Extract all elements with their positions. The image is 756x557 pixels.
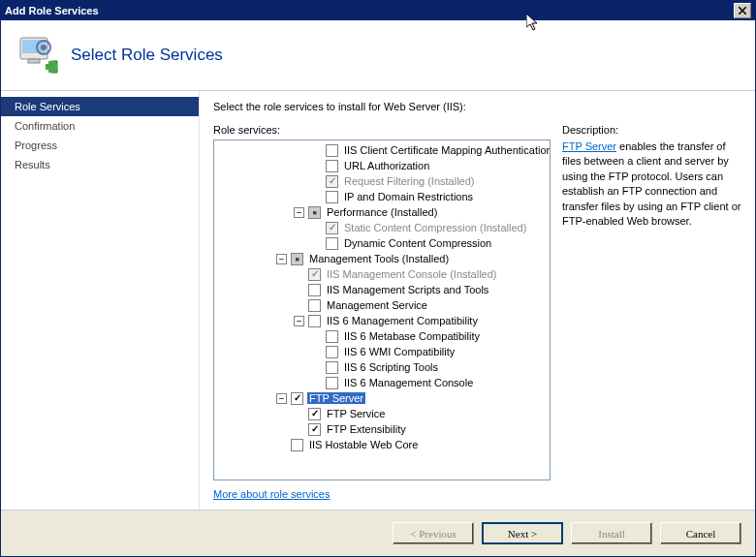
sidebar-item-confirmation[interactable]: Confirmation xyxy=(1,116,199,136)
description-body: enables the transfer of files between a … xyxy=(562,140,740,227)
checkbox[interactable] xyxy=(326,191,338,203)
checkbox[interactable] xyxy=(308,299,321,312)
tree-node-label[interactable]: IIS Management Console (Installed) xyxy=(325,268,498,280)
tree-row[interactable]: IIS 6 Metabase Compatibility xyxy=(214,328,550,344)
checkbox[interactable] xyxy=(308,408,321,420)
tree-row[interactable]: −IIS 6 Management Compatibility xyxy=(214,313,550,328)
tree-node-label[interactable]: Management Tools (Installed) xyxy=(307,253,451,264)
window-title: Add Role Services xyxy=(5,5,734,16)
tree-node-label[interactable]: IIS 6 Scripting Tools xyxy=(342,361,440,373)
body: Role Services Confirmation Progress Resu… xyxy=(1,91,755,510)
tree-row[interactable]: IIS Management Scripts and Tools xyxy=(214,282,550,297)
tree-row[interactable]: FTP Service xyxy=(214,406,550,421)
next-button[interactable]: Next > xyxy=(482,522,563,544)
checkbox xyxy=(326,222,338,234)
role-services-tree: IIS Client Certificate Mapping Authentic… xyxy=(214,140,550,454)
checkbox[interactable] xyxy=(326,330,338,343)
checkbox xyxy=(326,175,338,188)
tree-node-label[interactable]: FTP Server xyxy=(307,392,365,404)
checkbox[interactable] xyxy=(326,377,338,389)
tree-node-label[interactable]: IIS 6 WMI Compatibility xyxy=(342,346,457,357)
sidebar-item-role-services[interactable]: Role Services xyxy=(1,97,199,116)
wizard-icon xyxy=(16,34,59,77)
tree-node-label[interactable]: URL Authorization xyxy=(342,160,431,171)
tree-row[interactable]: IIS Client Certificate Mapping Authentic… xyxy=(214,142,550,158)
checkbox[interactable] xyxy=(291,392,303,405)
tree-node-label[interactable]: Management Service xyxy=(325,299,429,311)
checkbox[interactable] xyxy=(326,160,338,172)
header: Select Role Services xyxy=(1,20,755,91)
collapse-icon[interactable]: − xyxy=(276,393,287,404)
sidebar-item-progress[interactable]: Progress xyxy=(1,136,199,155)
tree-row[interactable]: IIS 6 Management Console xyxy=(214,375,550,390)
tree-node-label[interactable]: FTP Service xyxy=(325,408,387,419)
tree-node-label[interactable]: IIS 6 Management Compatibility xyxy=(325,315,480,326)
tree-node-label[interactable]: Request Filtering (Installed) xyxy=(342,175,477,187)
tree-node-label[interactable]: IIS Hostable Web Core xyxy=(307,439,420,450)
checkbox[interactable] xyxy=(308,423,321,436)
tree-node-label[interactable]: IIS Management Scripts and Tools xyxy=(325,284,490,295)
svg-rect-6 xyxy=(48,61,54,73)
previous-button[interactable]: < Previous xyxy=(393,522,474,544)
tree-node-label[interactable]: IIS Client Certificate Mapping Authentic… xyxy=(342,144,550,156)
description-title: FTP Server xyxy=(562,140,616,152)
tree-row[interactable]: FTP Extensibility xyxy=(214,421,550,437)
wizard-window: Add Role Services Select Role Services R… xyxy=(0,0,756,557)
checkbox[interactable] xyxy=(326,361,338,374)
checkbox[interactable] xyxy=(308,284,321,296)
tree-node-label[interactable]: IIS 6 Metabase Compatibility xyxy=(342,330,482,342)
sidebar-item-results[interactable]: Results xyxy=(1,155,199,174)
titlebar: Add Role Services xyxy=(1,1,755,20)
svg-rect-2 xyxy=(28,59,40,63)
tree-row[interactable]: −Management Tools (Installed) xyxy=(214,251,550,266)
tree-row[interactable]: −FTP Server xyxy=(214,390,550,406)
tree-row[interactable]: IP and Domain Restrictions xyxy=(214,189,550,204)
tree-row[interactable]: Static Content Compression (Installed) xyxy=(214,220,550,235)
collapse-icon[interactable]: − xyxy=(294,316,304,326)
more-link-container: More about role services xyxy=(213,488,551,500)
tree-node-label[interactable]: Dynamic Content Compression xyxy=(342,237,493,249)
footer: < Previous Next > Install Cancel xyxy=(1,510,755,556)
tree-row[interactable]: Request Filtering (Installed) xyxy=(214,173,550,189)
checkbox[interactable] xyxy=(326,237,338,250)
tree-label: Role services: xyxy=(213,124,551,136)
tree-node-label[interactable]: IP and Domain Restrictions xyxy=(342,191,475,202)
instruction-text: Select the role services to install for … xyxy=(213,101,741,112)
tree-row[interactable]: IIS 6 WMI Compatibility xyxy=(214,344,550,359)
tree-row[interactable]: −Performance (Installed) xyxy=(214,204,550,220)
tree-row[interactable]: IIS Hostable Web Core xyxy=(214,437,550,452)
tree-node-label[interactable]: IIS 6 Management Console xyxy=(342,377,475,388)
tree-row[interactable]: Management Service xyxy=(214,297,550,313)
tree-container: IIS Client Certificate Mapping Authentic… xyxy=(213,139,551,480)
svg-point-4 xyxy=(41,45,47,50)
checkbox[interactable] xyxy=(326,144,338,157)
tree-scroll[interactable]: IIS Client Certificate Mapping Authentic… xyxy=(214,140,550,480)
cancel-button[interactable]: Cancel xyxy=(660,522,741,544)
more-about-link[interactable]: More about role services xyxy=(213,488,330,500)
checkbox[interactable] xyxy=(291,253,303,265)
main-panel: Select the role services to install for … xyxy=(200,91,755,510)
description-label: Description: xyxy=(562,124,741,136)
checkbox[interactable] xyxy=(326,346,338,358)
collapse-icon[interactable]: − xyxy=(294,207,304,218)
close-icon xyxy=(739,7,746,15)
description-text: FTP Server enables the transfer of files… xyxy=(562,139,741,229)
sidebar: Role Services Confirmation Progress Resu… xyxy=(1,91,200,510)
collapse-icon[interactable]: − xyxy=(276,254,287,264)
close-button[interactable] xyxy=(734,3,751,18)
checkbox[interactable] xyxy=(308,315,321,327)
tree-row[interactable]: IIS 6 Scripting Tools xyxy=(214,359,550,375)
tree-node-label[interactable]: Performance (Installed) xyxy=(325,206,439,218)
tree-node-label[interactable]: Static Content Compression (Installed) xyxy=(342,222,528,233)
checkbox[interactable] xyxy=(308,206,321,219)
checkbox[interactable] xyxy=(291,439,303,451)
checkbox xyxy=(308,268,321,281)
tree-node-label[interactable]: FTP Extensibility xyxy=(325,423,408,435)
tree-row[interactable]: Dynamic Content Compression xyxy=(214,235,550,251)
page-title: Select Role Services xyxy=(71,46,223,65)
tree-row[interactable]: IIS Management Console (Installed) xyxy=(214,266,550,282)
tree-row[interactable]: URL Authorization xyxy=(214,158,550,173)
install-button[interactable]: Install xyxy=(571,522,652,544)
